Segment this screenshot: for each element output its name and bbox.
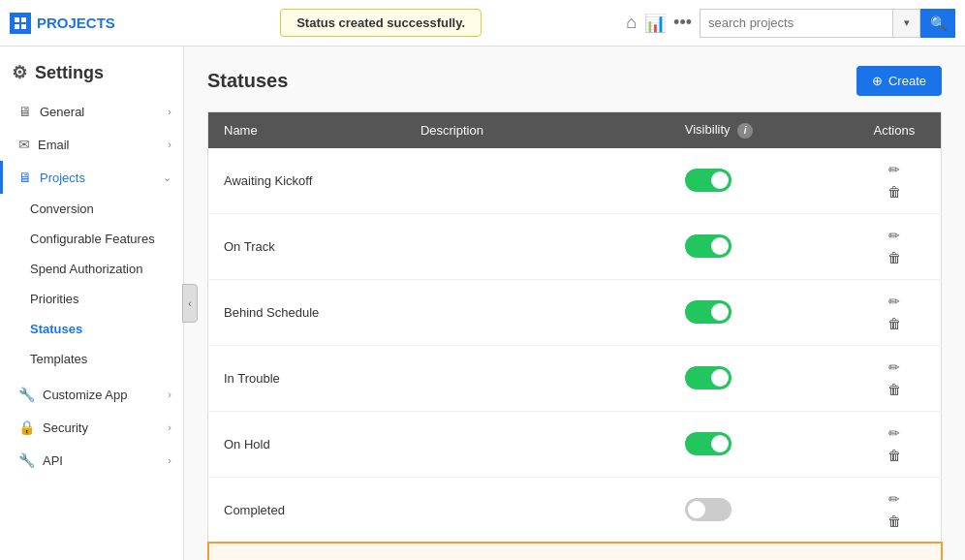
sidebar-item-security[interactable]: 🔒 Security › bbox=[0, 411, 183, 444]
content-area: Statuses ⊕ Create Name Description Visib… bbox=[184, 47, 965, 560]
delete-icon[interactable]: 🗑 bbox=[886, 446, 903, 465]
sidebar-sub-item-spend-authorization[interactable]: Spend Authorization bbox=[0, 254, 183, 284]
statuses-table: Name Description Visibility i Actions Aw… bbox=[207, 111, 942, 560]
info-icon: i bbox=[737, 123, 753, 139]
plus-icon: ⊕ bbox=[872, 74, 883, 88]
sidebar-item-api[interactable]: 🔧 API › bbox=[0, 444, 183, 477]
row-actions: ✏🗑 bbox=[848, 213, 942, 279]
edit-icon[interactable]: ✏ bbox=[887, 226, 902, 245]
topbar-center: Status created successfully. bbox=[136, 9, 626, 37]
row-visibility bbox=[669, 148, 848, 214]
home-icon[interactable]: ⌂ bbox=[626, 13, 637, 33]
action-icons: ✏🗑 bbox=[863, 226, 925, 267]
app-logo: PROJECTS bbox=[10, 13, 136, 34]
email-icon: ✉ bbox=[18, 137, 30, 152]
row-name: Completed bbox=[208, 477, 405, 543]
logo-label: PROJECTS bbox=[37, 15, 115, 31]
row-visibility bbox=[669, 279, 848, 345]
action-icons: ✏🗑 bbox=[863, 423, 925, 465]
chevron-right-icon: › bbox=[168, 421, 171, 433]
edit-icon[interactable]: ✏ bbox=[887, 489, 902, 509]
sidebar-sub-item-templates[interactable]: Templates bbox=[0, 344, 183, 374]
delete-icon[interactable]: 🗑 bbox=[886, 182, 903, 202]
sidebar-item-general[interactable]: 🖥 General › bbox=[0, 95, 183, 128]
row-actions: ✏🗑 bbox=[848, 345, 942, 411]
row-description bbox=[405, 411, 669, 477]
visibility-toggle[interactable] bbox=[685, 432, 732, 455]
search-bar: ▾ 🔍 bbox=[700, 9, 955, 38]
row-visibility bbox=[669, 477, 848, 543]
row-actions: ✏🗑 bbox=[848, 543, 942, 560]
visibility-toggle[interactable] bbox=[685, 498, 732, 521]
row-visibility bbox=[669, 543, 848, 560]
chevron-right-icon: › bbox=[168, 454, 171, 466]
chevron-down-icon: ⌄ bbox=[163, 171, 171, 184]
row-name: On Hold bbox=[208, 411, 405, 477]
row-name: On Track bbox=[208, 213, 405, 279]
column-header-actions: Actions bbox=[848, 112, 942, 148]
action-icons: ✏🗑 bbox=[863, 160, 925, 202]
sidebar-sub-item-conversion[interactable]: Conversion bbox=[0, 194, 183, 224]
delete-icon[interactable]: 🗑 bbox=[886, 380, 903, 399]
svg-rect-3 bbox=[21, 24, 26, 29]
sidebar-item-email[interactable]: ✉ Email › bbox=[0, 128, 183, 161]
edit-icon[interactable]: ✏ bbox=[887, 555, 902, 561]
edit-icon[interactable]: ✏ bbox=[887, 423, 902, 443]
delete-icon[interactable]: 🗑 bbox=[886, 512, 903, 531]
page-title: Statuses bbox=[207, 70, 288, 92]
more-icon[interactable]: ••• bbox=[673, 13, 692, 33]
chart-icon[interactable]: 📊 bbox=[644, 13, 666, 34]
table-row: Awaiting Kickoff✏🗑 bbox=[208, 148, 942, 214]
action-icons: ✏🗑 bbox=[863, 292, 925, 333]
sidebar-sub-item-configurable-features[interactable]: Configurable Features bbox=[0, 224, 183, 254]
row-description bbox=[405, 345, 669, 411]
sidebar-sub-item-statuses[interactable]: Statuses bbox=[0, 314, 183, 344]
visibility-toggle[interactable] bbox=[685, 169, 732, 192]
toggle-slider bbox=[685, 234, 732, 258]
gear-icon: ⚙ bbox=[12, 62, 27, 83]
api-icon: 🔧 bbox=[18, 452, 35, 468]
visibility-toggle[interactable] bbox=[685, 234, 732, 258]
sidebar-collapse-button[interactable]: ‹ bbox=[182, 284, 198, 323]
column-header-name: Name bbox=[208, 112, 405, 148]
visibility-toggle[interactable] bbox=[685, 300, 732, 324]
row-visibility bbox=[669, 213, 848, 279]
general-icon: 🖥 bbox=[18, 104, 32, 119]
table-header-row: Name Description Visibility i Actions bbox=[208, 112, 942, 148]
table-row: On Track✏🗑 bbox=[208, 213, 942, 279]
sidebar-item-projects[interactable]: 🖥 Projects ⌄ bbox=[0, 161, 183, 194]
search-input[interactable] bbox=[700, 9, 893, 38]
content-header: Statuses ⊕ Create bbox=[207, 66, 942, 96]
table-row: Completed✏🗑 bbox=[208, 477, 942, 543]
table-row: In Trouble✏🗑 bbox=[208, 345, 942, 411]
delete-icon[interactable]: 🗑 bbox=[886, 248, 903, 267]
toggle-slider bbox=[685, 498, 732, 521]
sidebar-sub-item-priorities[interactable]: Priorities bbox=[0, 284, 183, 314]
logo-icon bbox=[10, 13, 31, 34]
table-row: On Hold✏🗑 bbox=[208, 411, 942, 477]
visibility-toggle[interactable] bbox=[685, 366, 732, 389]
search-dropdown-btn[interactable]: ▾ bbox=[893, 9, 920, 38]
row-name: Awaiting Kickoff bbox=[208, 148, 405, 214]
row-description bbox=[405, 213, 669, 279]
table-row: ApprovedApproved✏🗑 bbox=[208, 543, 942, 560]
svg-rect-1 bbox=[21, 17, 26, 22]
create-button[interactable]: ⊕ Create bbox=[856, 66, 942, 96]
edit-icon[interactable]: ✏ bbox=[887, 358, 902, 377]
search-button[interactable]: 🔍 bbox=[920, 9, 955, 38]
row-actions: ✏🗑 bbox=[848, 279, 942, 345]
row-name: Behind Schedule bbox=[208, 279, 405, 345]
edit-icon[interactable]: ✏ bbox=[887, 292, 902, 311]
delete-icon[interactable]: 🗑 bbox=[886, 314, 903, 333]
edit-icon[interactable]: ✏ bbox=[887, 160, 902, 179]
status-toast: Status created successfully. bbox=[280, 9, 482, 37]
toggle-slider bbox=[685, 300, 732, 324]
column-header-description: Description bbox=[405, 112, 669, 148]
row-visibility bbox=[669, 411, 848, 477]
table-row: Behind Schedule✏🗑 bbox=[208, 279, 942, 345]
row-name: In Trouble bbox=[208, 345, 405, 411]
sidebar-item-customize-app[interactable]: 🔧 Customize App › bbox=[0, 378, 183, 411]
action-icons: ✏🗑 bbox=[863, 358, 925, 399]
toggle-slider bbox=[685, 169, 732, 192]
lock-icon: 🔒 bbox=[18, 420, 35, 435]
